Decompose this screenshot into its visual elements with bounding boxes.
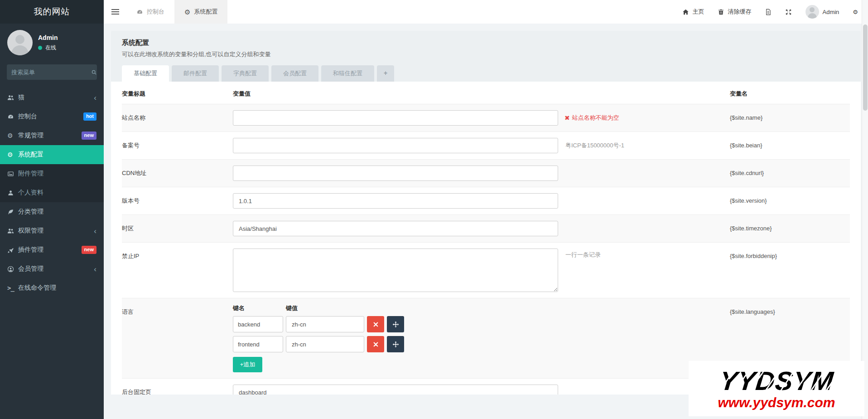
site-logo: 我的网站 [0,0,104,24]
expand-icon [785,9,792,15]
tab-email-config[interactable]: 邮件配置 [172,65,219,82]
move-row-button[interactable] [387,316,404,332]
scrollbar[interactable] [862,0,868,419]
version-input[interactable] [233,193,558,209]
online-dot-icon [38,46,42,50]
system-config-panel: 系统配置 可以在此增改系统的变量和分组,也可以自定义分组和变量 基础配置 邮件配… [111,31,861,395]
terminal-icon: >_ [7,284,18,292]
sidebar-item-profile[interactable]: 个人资料 [0,183,104,202]
sidebar-item-online-command[interactable]: >_ 在线命令管理 [0,278,104,297]
x-icon [372,341,379,348]
sidebar-item-dashboard[interactable]: 控制台 hot [0,107,104,126]
form-row-forbidden-ip: 禁止IP 一行一条记录 {$site.forbiddenip} [122,242,850,298]
field-label: CDN地址 [122,166,233,181]
rocket-icon [7,247,18,253]
home-button[interactable]: 主页 [682,8,704,16]
form-row-timezone: 时区 {$site.timezone} [122,214,850,242]
sidebar-toggle-button[interactable] [104,0,126,24]
nav-tab-label: 系统配置 [194,8,217,16]
kv-row [233,336,404,352]
nav-tab-system-config[interactable]: ⚙ 系统配置 [174,0,227,24]
variable-name: {$site.version} [730,193,850,209]
site-name-input[interactable] [233,110,558,126]
sidebar-item-addons[interactable]: 插件管理 new [0,240,104,259]
beian-input[interactable] [233,138,558,153]
navbar-username: Admin [822,9,839,15]
menu-search[interactable] [7,64,97,80]
field-label: 站点名称 [122,110,233,126]
tab-dictionary-config[interactable]: 字典配置 [222,65,269,82]
delete-row-button[interactable] [367,336,384,352]
column-header-name: 变量名 [730,90,850,98]
sidebar-item-members[interactable]: 会员管理 ‹ [0,259,104,278]
error-x-icon: ✖ [564,110,570,126]
sidebar-menu: 猫 ‹ 控制台 hot ⚙ 常规管理 new ⚙ 系统配置 附件管理 个人资料 [0,85,104,419]
language-value-input[interactable] [286,316,364,332]
user-circle-icon [7,266,18,273]
new-badge: new [82,246,96,253]
scrollbar-thumb[interactable] [863,24,868,111]
sidebar-item-categories[interactable]: 分类管理 [0,202,104,221]
tab-add-button[interactable]: + [377,65,394,82]
cogs-icon: ⚙ [7,132,18,139]
gears-icon: ⚙ [853,9,858,15]
tab-basic-config[interactable]: 基础配置 [122,65,169,82]
config-form: 变量标题 变量值 变量名 站点名称 ✖站点名称不能为空 {$site.name} [111,82,861,395]
move-arrows-icon [392,341,399,348]
variable-name: {$site.forbiddenip} [730,248,850,292]
tab-hemaozhu-config[interactable]: 和猫住配置 [321,65,374,82]
sidebar-item-system-config[interactable]: ⚙ 系统配置 [0,145,104,164]
form-row-site-name: 站点名称 ✖站点名称不能为空 {$site.name} [122,104,850,132]
form-row-version: 版本号 {$site.version} [122,187,850,214]
tab-member-config[interactable]: 会员配置 [271,65,318,82]
clear-cache-button[interactable]: 清除缓存 [718,8,751,16]
settings-button[interactable]: ⚙ [853,9,858,15]
move-arrows-icon [392,321,399,328]
check-update-button[interactable] [765,9,772,15]
nav-tab-dashboard[interactable]: 控制台 [126,0,174,24]
fixed-page-input[interactable] [233,385,558,395]
sidebar-item-label: 附件管理 [18,170,43,178]
sidebar-item-label: 系统配置 [18,151,43,159]
menu-search-input[interactable] [11,69,91,76]
clear-cache-label: 清除缓存 [728,8,751,16]
forbidden-ip-textarea[interactable] [233,248,558,292]
sidebar-item-label: 在线命令管理 [18,284,56,292]
home-icon [682,9,689,15]
chevron-left-icon: ‹ [94,265,96,273]
language-key-input[interactable] [233,336,283,352]
top-navbar: 控制台 ⚙ 系统配置 主页 清除缓存 Admin [104,0,868,24]
search-icon [91,69,97,75]
move-row-button[interactable] [387,336,404,352]
file-icon [765,9,772,15]
fullscreen-button[interactable] [785,9,792,15]
sidebar-item-label: 会员管理 [18,265,43,273]
field-label: 备案号 [122,138,233,153]
sidebar-item-label: 插件管理 [18,246,43,254]
delete-row-button[interactable] [367,316,384,332]
home-label: 主页 [692,8,704,16]
field-label: 后台固定页 [122,385,233,395]
variable-name: {$site.name} [730,110,850,126]
dashboard-icon [7,113,18,120]
sidebar-item-cat[interactable]: 猫 ‹ [0,88,104,107]
language-value-input[interactable] [286,336,364,352]
sidebar-item-auth[interactable]: 权限管理 ‹ [0,221,104,240]
field-label: 时区 [122,221,233,236]
user-name: Admin [38,34,58,41]
timezone-input[interactable] [233,221,558,236]
user-menu[interactable]: Admin [805,5,839,19]
language-key-input[interactable] [233,316,283,332]
field-label: 语言 [122,304,233,372]
kv-row [233,316,404,332]
sidebar-item-general[interactable]: ⚙ 常规管理 new [0,126,104,145]
users-icon [7,228,18,234]
user-panel: Admin 在线 [0,24,104,60]
leaf-icon [7,209,18,215]
hamburger-icon [111,8,119,16]
variable-name: {$site.beian} [730,138,850,153]
kv-key-header: 键名 [233,304,286,312]
append-button[interactable]: +追加 [233,357,262,372]
sidebar-item-attachments[interactable]: 附件管理 [0,164,104,183]
cdnurl-input[interactable] [233,166,558,181]
